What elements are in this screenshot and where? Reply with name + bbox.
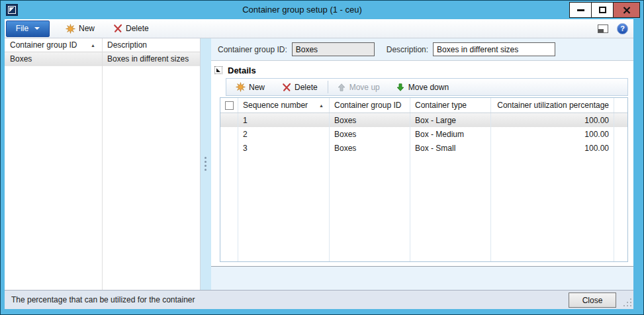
container-group-setup-window: Container group setup (1 - ceu) File [0, 0, 644, 315]
minimize-icon [577, 9, 584, 11]
container-group-list: Container group ID ▲ Description Boxes B… [5, 38, 201, 290]
cell-sequence: 1 [238, 113, 330, 127]
row-select-cell[interactable] [220, 127, 238, 141]
row-select-cell[interactable] [220, 141, 238, 155]
grid-header-row: Sequence number ▲ Container group ID Con… [220, 98, 627, 113]
list-cell-description: Boxes in different sizes [102, 54, 200, 64]
list-header-group-id[interactable]: Container group ID ▲ [5, 40, 102, 50]
titlebar: Container group setup (1 - ceu) [1, 1, 643, 19]
grid-header-sequence-label: Sequence number [243, 101, 308, 110]
grid-header-group-id[interactable]: Container group ID [330, 98, 410, 112]
app-icon-glyph [9, 7, 15, 13]
details-title: Details [228, 66, 256, 75]
new-icon [66, 24, 75, 34]
description-field-label: Description: [387, 45, 428, 54]
new-button-label: New [79, 24, 95, 33]
form-fields-row: Container group ID: Description: [211, 38, 633, 61]
main-toolbar: File New Delete ? [5, 19, 633, 38]
window-controls [570, 2, 640, 18]
grid-header-utilization[interactable]: Container utilization percentage [491, 98, 614, 112]
maximize-button[interactable] [591, 2, 614, 18]
cell-group-id: Boxes [330, 127, 410, 141]
details-delete-label: Delete [295, 83, 318, 92]
details-new-label: New [249, 83, 265, 92]
move-up-icon [337, 83, 346, 92]
maximize-icon [599, 7, 606, 13]
main-area: Container group ID ▲ Description Boxes B… [5, 38, 633, 290]
row-select-cell[interactable] [220, 113, 238, 127]
move-down-icon [396, 83, 405, 92]
grid-row-1[interactable]: 1 Boxes Box - Large 100.00 [220, 113, 627, 127]
description-field[interactable] [433, 42, 555, 56]
move-down-label: Move down [408, 83, 449, 92]
cell-sequence: 2 [238, 127, 330, 141]
details-header[interactable]: Details [211, 63, 633, 77]
details-delete-button[interactable]: Delete [282, 83, 318, 92]
select-all-checkbox[interactable] [225, 101, 234, 110]
delete-button-label: Delete [126, 24, 149, 33]
details-grid: Sequence number ▲ Container group ID Con… [220, 97, 628, 262]
help-icon[interactable]: ? [617, 23, 628, 34]
sort-asc-icon: ▲ [319, 103, 324, 108]
grid-row-2[interactable]: 2 Boxes Box - Medium 100.00 [220, 127, 627, 141]
layout-icon[interactable] [598, 24, 608, 33]
cell-utilization: 100.00 [491, 113, 614, 127]
move-down-button[interactable]: Move down [396, 83, 449, 92]
delete-icon [113, 24, 122, 33]
splitter-grip-icon [205, 157, 207, 159]
cell-group-id: Boxes [330, 141, 410, 155]
close-button[interactable]: Close [569, 292, 616, 308]
details-section: Details New [211, 61, 633, 290]
toolbar-separator [328, 81, 328, 93]
close-window-button[interactable] [613, 2, 640, 18]
cell-container-type: Box - Large [410, 113, 491, 127]
detail-panel: Container group ID: Description: Details [211, 38, 633, 290]
list-cell-group-id: Boxes [5, 54, 102, 64]
panel-splitter[interactable] [201, 38, 211, 290]
group-id-field [292, 42, 375, 56]
sort-asc-icon: ▲ [91, 43, 95, 48]
move-up-button[interactable]: Move up [337, 83, 380, 92]
file-menu-button[interactable]: File [6, 21, 50, 37]
cell-filler [614, 113, 627, 127]
file-menu-label: File [16, 24, 28, 33]
window-content: File New Delete ? [5, 19, 633, 309]
statusbar: The percentage that can be utilized for … [5, 290, 633, 309]
details-toolbar: New Delete [226, 78, 628, 96]
panel-bottom-filler [211, 267, 633, 290]
new-button[interactable]: New [66, 24, 95, 34]
minimize-button[interactable] [569, 2, 592, 18]
cell-utilization: 100.00 [491, 127, 614, 141]
app-icon [6, 4, 18, 16]
delete-icon [282, 83, 291, 92]
new-icon [236, 82, 246, 92]
cell-container-type: Box - Small [410, 141, 491, 155]
collapse-icon[interactable] [214, 66, 222, 74]
cell-group-id: Boxes [330, 113, 410, 127]
close-icon [623, 7, 631, 14]
grid-row-3[interactable]: 3 Boxes Box - Small 100.00 [220, 141, 627, 155]
resize-grip-icon[interactable] [623, 298, 631, 306]
delete-button[interactable]: Delete [113, 24, 149, 33]
cell-sequence: 3 [238, 141, 330, 155]
toolbar-right-icons: ? [598, 19, 628, 38]
cell-utilization: 100.00 [491, 141, 614, 155]
cell-container-type: Box - Medium [410, 127, 491, 141]
details-new-button[interactable]: New [236, 82, 265, 92]
list-column-divider [102, 38, 103, 290]
grid-header-sequence[interactable]: Sequence number ▲ [238, 98, 330, 112]
grid-empty-area [220, 155, 627, 261]
group-id-field-label: Container group ID: [218, 45, 287, 54]
list-header-group-id-label: Container group ID [10, 40, 77, 50]
file-caret-icon [34, 27, 40, 30]
grid-header-container-type[interactable]: Container type [410, 98, 491, 112]
status-message: The percentage that can be utilized for … [11, 295, 195, 304]
grid-header-filler [614, 98, 627, 112]
list-header-description[interactable]: Description [102, 40, 200, 50]
cell-filler [614, 127, 627, 141]
move-up-label: Move up [349, 83, 380, 92]
window-title: Container group setup (1 - ceu) [40, 5, 564, 15]
select-all-cell [220, 98, 238, 112]
cell-filler [614, 141, 627, 155]
